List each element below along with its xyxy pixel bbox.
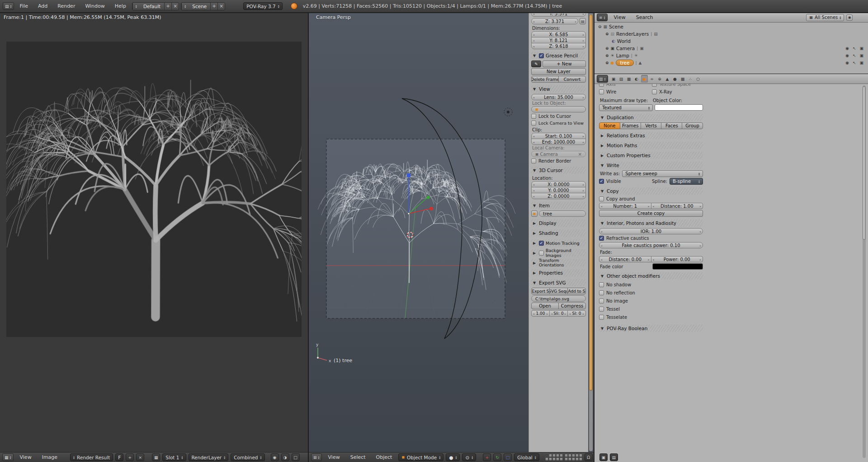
viewport-shading-dropdown[interactable]: ●: [446, 453, 460, 461]
npanel-scrollbar[interactable]: [589, 14, 593, 451]
xray-checkbox[interactable]: [652, 89, 657, 94]
copy-around-checkbox[interactable]: [599, 196, 604, 201]
panel-transform-orientations[interactable]: ▶Transform Orientations: [531, 259, 586, 266]
grease-pencil-checkbox[interactable]: [539, 53, 544, 58]
panel-grease-pencil[interactable]: ▼Grease Pencil: [531, 52, 586, 59]
pencil-icon[interactable]: ✎: [531, 61, 541, 67]
delete-scene-button[interactable]: ×: [217, 3, 225, 10]
menu-view[interactable]: View: [610, 14, 630, 21]
channel-alpha-icon[interactable]: ◑: [281, 453, 289, 461]
panel-motion-tracking[interactable]: ▶Motion Tracking: [531, 239, 586, 247]
convert-button[interactable]: Convert: [558, 76, 586, 83]
panel-item[interactable]: ▼Item: [531, 202, 586, 209]
cursor-z-field[interactable]: Z: 0.0000: [531, 193, 586, 199]
mode-dropdown[interactable]: ◼Object Mode: [398, 453, 443, 461]
render-opengl-anim-icon[interactable]: ▤: [610, 453, 618, 461]
scene-name[interactable]: Scene: [189, 4, 210, 9]
outliner-row-scene[interactable]: ⊖ ▦ Scene: [594, 23, 868, 30]
transform-orientation-dropdown[interactable]: Global: [514, 453, 539, 461]
copy-transform-icon[interactable]: ▤: [580, 18, 586, 24]
scrollbar-thumb[interactable]: [589, 14, 593, 391]
collapse-icon[interactable]: ⊖: [598, 24, 602, 29]
svg-path-field[interactable]: C:\tmp\algo.svg: [531, 295, 586, 302]
expand-icon[interactable]: ⊕: [605, 61, 609, 65]
panel-other-modifiers[interactable]: ▼Other object modifiers: [599, 272, 703, 280]
browse-scenes-icon[interactable]: [181, 3, 189, 10]
lock-to-cursor-checkbox[interactable]: [531, 114, 536, 119]
image-datablock-selector[interactable]: Render Result: [70, 453, 113, 461]
render-pass-dropdown[interactable]: Combined: [231, 453, 264, 461]
render-border-checkbox[interactable]: [531, 159, 536, 163]
menu-help[interactable]: Help: [111, 2, 130, 10]
selectable-icon[interactable]: ↖: [853, 53, 856, 58]
fade-power-field[interactable]: Power: 0.00: [651, 256, 703, 262]
browse-layouts-icon[interactable]: [132, 3, 140, 10]
channel-rgb-icon[interactable]: ◉: [271, 453, 279, 461]
snap-magnet-icon[interactable]: Ω: [585, 453, 593, 461]
spline-dropdown[interactable]: B-spline: [670, 178, 703, 185]
menu-window[interactable]: Window: [81, 2, 108, 10]
copy-number-field[interactable]: Number: 1: [599, 203, 651, 209]
display-filter-dropdown[interactable]: ▦All Scenes: [806, 14, 844, 21]
channel-z-icon[interactable]: □: [292, 453, 300, 461]
panel-shading[interactable]: ▶Shading: [531, 229, 586, 237]
grease-pencil-new-button[interactable]: +New: [542, 61, 586, 67]
cursor-y-field[interactable]: Y: 0.0000: [531, 187, 586, 193]
render-engine-dropdown[interactable]: POV-Ray 3.7: [243, 2, 283, 10]
selectable-icon[interactable]: ↖: [853, 61, 856, 65]
dim-x-field[interactable]: X: 6.585: [531, 31, 586, 37]
lens-field[interactable]: Lens: 35.000: [531, 94, 586, 100]
svg-slider-field[interactable]: Sli: 0: [549, 310, 568, 317]
tab-scene[interactable]: ▦: [626, 75, 632, 83]
renderable-icon[interactable]: ▣: [859, 61, 863, 65]
editor-type-button[interactable]: ≡: [597, 14, 608, 21]
panel-view[interactable]: ▼View: [531, 85, 586, 93]
panel-custom-properties[interactable]: ▶Custom Properties: [599, 152, 703, 159]
fade-color-swatch[interactable]: [652, 263, 703, 270]
add-scene-button[interactable]: +: [210, 3, 217, 10]
pivot-point-dropdown[interactable]: ⊙: [462, 453, 476, 461]
menu-render[interactable]: Render: [53, 2, 79, 10]
tab-particles[interactable]: ∴: [687, 75, 694, 83]
expand-icon[interactable]: ⊕: [605, 53, 609, 58]
outliner-row-lamp[interactable]: ⊕ ☀ Lamp | ☀ ◉↖▣: [594, 52, 868, 59]
refractive-caustics-checkbox[interactable]: [599, 236, 604, 241]
editor-type-button[interactable]: ▥: [597, 75, 608, 83]
selected-object-name[interactable]: tree: [616, 60, 633, 66]
tab-physics[interactable]: ○: [695, 75, 702, 83]
fake-user-button[interactable]: F: [115, 453, 123, 461]
render-opengl-icon[interactable]: ▣: [599, 453, 608, 461]
panel-properties[interactable]: ▶Properties: [531, 269, 586, 276]
panel-export-svg[interactable]: ▼Export SVG: [531, 279, 586, 286]
create-copy-button[interactable]: Create copy: [599, 210, 703, 217]
menu-select[interactable]: Select: [346, 453, 370, 461]
write-as-dropdown[interactable]: Sphere sweep: [622, 170, 703, 177]
tab-object-data[interactable]: ▲: [664, 75, 671, 83]
panel-3d-cursor[interactable]: ▼3D Cursor: [531, 167, 586, 174]
dupli-group-button[interactable]: Group: [682, 122, 703, 129]
layer-buttons[interactable]: [545, 454, 582, 461]
dupli-verts-button[interactable]: Verts: [641, 122, 662, 129]
copy-distance-field[interactable]: Distance: 1.00: [651, 203, 703, 209]
hide-icon[interactable]: ◉: [845, 53, 849, 58]
layout-name[interactable]: Default: [140, 4, 164, 9]
svg-scale-field[interactable]: 1.00: [531, 310, 550, 317]
expand-icon[interactable]: ⊕: [605, 46, 609, 51]
lock-object-field[interactable]: ◼: [531, 106, 586, 112]
loc-z-field[interactable]: Z: 3.371: [531, 18, 578, 24]
panel-write[interactable]: ▼Write: [599, 162, 703, 169]
selectable-icon[interactable]: ↖: [853, 46, 856, 51]
visible-checkbox[interactable]: [599, 179, 604, 184]
clear-camera-icon[interactable]: ×: [578, 152, 582, 157]
outliner-row-world[interactable]: ◐ World: [594, 37, 868, 45]
editor-type-button[interactable]: ▦: [2, 453, 14, 461]
scrollbar-thumb[interactable]: [863, 86, 866, 240]
outliner-row-camera[interactable]: ⊕ ▣ Camera | ▣ ◉↖▣: [594, 45, 868, 52]
image-pin-icon[interactable]: ▦: [152, 453, 160, 461]
renderable-icon[interactable]: ▣: [859, 46, 863, 51]
manipulator-y-handle[interactable]: [427, 196, 430, 199]
open-button[interactable]: Open: [531, 303, 559, 309]
dim-z-field[interactable]: Z: 9.618: [531, 43, 586, 49]
render-slot-dropdown[interactable]: Slot 1: [162, 453, 186, 461]
manipulator-x-handle[interactable]: [429, 207, 433, 210]
